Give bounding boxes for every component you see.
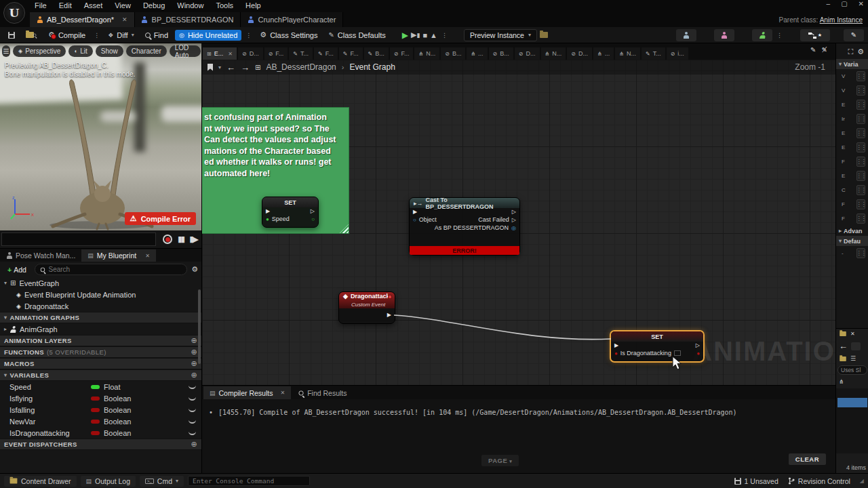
graph-doc-tab-13[interactable]: ⋔N... <box>541 47 566 60</box>
play-options-icon[interactable]: ⋮ <box>440 32 449 39</box>
graph-doc-tab-12[interactable]: ⊘D... <box>515 47 540 60</box>
tree-item-animgraph[interactable]: ▸ AnimGraph <box>0 323 201 335</box>
stop-button[interactable]: ■ <box>422 31 427 39</box>
details-row-8[interactable]: C⋮⋮ <box>836 183 868 197</box>
character-dropdown[interactable]: Character <box>126 45 167 57</box>
tab-crunchplayercharacter[interactable]: CrunchPlayerCharacter <box>241 12 343 27</box>
pause-button[interactable]: ▮▮ <box>178 235 184 244</box>
drag-handle-icon[interactable]: ⋮⋮ <box>856 171 865 181</box>
graph-doc-tab-5[interactable]: ✎F... <box>339 47 363 60</box>
caret-down-icon[interactable]: ▾ <box>4 280 7 286</box>
section-event-dispatchers[interactable]: EVENT DISPATCHERS ⊕ <box>0 439 201 450</box>
clear-button[interactable]: CLEAR <box>789 453 826 465</box>
details-row-6[interactable]: F⋮⋮ <box>836 155 868 169</box>
resize-grip[interactable] <box>340 224 349 233</box>
page-dropdown[interactable]: PAGE ▾ <box>481 455 519 466</box>
compile-error-badge[interactable]: ⚠ Compile Error <box>125 212 196 225</box>
event-graph-canvas[interactable]: ▾ ← → ⊞ AB_DessertDragon › Event Graph Z… <box>201 60 835 385</box>
section-animation-graphs[interactable]: ▾ANIMATION GRAPHS <box>0 312 201 323</box>
variable-row-speed[interactable]: SpeedFloat <box>0 381 201 392</box>
play-button[interactable]: ▶ <box>402 30 408 40</box>
eject-button[interactable]: ▲ <box>430 31 437 39</box>
menu-window[interactable]: Window <box>171 1 210 10</box>
drag-handle-icon[interactable]: ⋮⋮ <box>856 100 865 110</box>
section-variables[interactable]: ▾VARIABLES ⊕ <box>0 369 201 381</box>
graph-doc-tab-18[interactable]: ⊘i... <box>667 47 688 60</box>
compile-options-icon[interactable]: ⋮ <box>92 32 101 39</box>
parent-class-link[interactable]: Anim Instance <box>820 16 863 24</box>
float-out-pin[interactable]: ○ <box>311 216 315 222</box>
exec-in-pin[interactable]: ▶ <box>614 342 618 348</box>
details-row-4[interactable]: E⋮⋮ <box>836 126 868 140</box>
section-functions[interactable]: FUNCTIONS (5 OVERRIDABLE) ⊕ <box>0 346 201 358</box>
menu-view[interactable]: View <box>108 1 137 10</box>
tab-pose-watch-manager[interactable]: Pose Watch Man... <box>0 249 81 262</box>
graph-doc-tab-7[interactable]: ⊘F... <box>390 47 414 60</box>
graph-doc-tab-10[interactable]: ⋔... <box>467 47 487 60</box>
breadcrumb-graph[interactable]: Event Graph <box>349 62 395 72</box>
menu-help[interactable]: Help <box>239 1 267 10</box>
graph-doc-tab-4[interactable]: ✎F... <box>314 47 338 60</box>
details-row-1[interactable]: V⋮⋮ <box>836 83 868 98</box>
menu-asset[interactable]: Asset <box>78 1 109 10</box>
tree-item-eventgraph[interactable]: ▾ ⊞ EventGraph <box>0 277 201 289</box>
save-button[interactable] <box>4 30 19 40</box>
exec-in-pin[interactable]: ▶ <box>413 209 417 215</box>
details-row-5[interactable]: E⋮⋮ <box>836 140 868 155</box>
tab-compiler-results[interactable]: ▤ Compiler Results ✕ <box>203 386 291 399</box>
close-icon[interactable]: ✕ <box>850 331 855 337</box>
blueprint-search[interactable] <box>35 264 187 275</box>
unsaved-indicator[interactable]: 1 Unsaved <box>734 477 778 485</box>
close-tab-icon[interactable]: ✕ <box>122 16 127 23</box>
tree-item-dragonattack[interactable]: ◈ Dragonattack <box>0 300 201 312</box>
revision-control-button[interactable]: Revision Control <box>788 477 850 485</box>
content-drawer-button[interactable]: Content Drawer <box>4 476 77 487</box>
eye-closed-icon[interactable] <box>189 408 196 412</box>
variable-row-isflying[interactable]: IsflyingBoolean <box>0 392 201 404</box>
asset-list[interactable] <box>836 388 868 453</box>
graph-doc-tab-15[interactable]: ⋔... <box>593 47 614 60</box>
details-row-0[interactable]: V⋮⋮ <box>836 69 868 83</box>
details-section-default[interactable]: ▾Defau <box>836 236 868 246</box>
details-row-dash[interactable]: -⋮⋮ <box>836 246 868 260</box>
lod-dropdown[interactable]: LOD Auto <box>170 45 201 57</box>
drag-handle-icon[interactable]: ⋮⋮ <box>856 142 865 152</box>
back-arrow-icon[interactable]: ← <box>226 62 235 73</box>
set-isdragonattacking-node[interactable]: SET ▶▷ ● Is Dragonattacking ● <box>610 330 705 363</box>
scrollbar[interactable] <box>198 289 201 364</box>
class-defaults-button[interactable]: ✎ Class Defaults <box>324 30 389 41</box>
bookmark-icon[interactable] <box>208 64 213 71</box>
menu-debug[interactable]: Debug <box>137 1 171 10</box>
variable-row-isdragonattacking[interactable]: IsDragonattackingBoolean <box>0 427 201 439</box>
cast-node[interactable]: ▸→Cast To BP_DESSERTDRAGON ▶▷ ○Object Ca… <box>409 197 520 256</box>
menu-file[interactable]: File <box>28 1 53 10</box>
variable-row-isfalling[interactable]: IsfallingBoolean <box>0 404 201 415</box>
tab-ab-dessertdragon[interactable]: AB_DessertDragon* ✕ <box>30 12 135 27</box>
exec-out-pin[interactable]: ▷ <box>696 342 700 348</box>
tab-find-results[interactable]: Find Results <box>292 386 353 399</box>
menu-edit[interactable]: Edit <box>53 1 78 10</box>
preview-browse-icon[interactable] <box>540 32 548 38</box>
browse-button[interactable] <box>22 30 41 39</box>
object-pin[interactable]: ○ <box>413 217 416 223</box>
graph-doc-tab-9[interactable]: ⊘B... <box>441 47 465 60</box>
as-bp-pin[interactable]: ◎ <box>511 225 516 231</box>
diff-button[interactable]: ❖ Diff ▾ <box>104 30 138 41</box>
add-function-icon[interactable]: ⊕ <box>191 348 197 357</box>
close-button[interactable]: ✕ <box>859 0 864 7</box>
add-button[interactable]: +Add <box>3 265 31 274</box>
drag-handle-icon[interactable]: ⋮⋮ <box>856 128 865 138</box>
output-log-button[interactable]: ▤ Output Log <box>81 476 136 487</box>
exec-out-pin[interactable]: ▷ <box>512 209 516 215</box>
skeleton-mode-button[interactable] <box>676 29 696 41</box>
drag-handle-icon[interactable]: ⋮⋮ <box>856 114 865 124</box>
resize-grip[interactable]: ◢ <box>860 478 864 484</box>
timeline-track[interactable] <box>1 232 156 246</box>
close-tab-icon[interactable]: ✕ <box>280 390 285 396</box>
set-speed-node[interactable]: SET ▶▷ ●Speed○ <box>262 197 319 228</box>
perspective-dropdown[interactable]: ◈Perspective <box>13 45 66 57</box>
drag-handle-icon[interactable]: ⋮⋮ <box>856 71 865 81</box>
exec-out-pin[interactable]: ▷ <box>311 208 315 214</box>
breadcrumb-asset[interactable]: AB_DessertDragon <box>266 62 336 72</box>
preview-instance-dropdown[interactable]: Preview Instance ▾ <box>464 29 537 41</box>
